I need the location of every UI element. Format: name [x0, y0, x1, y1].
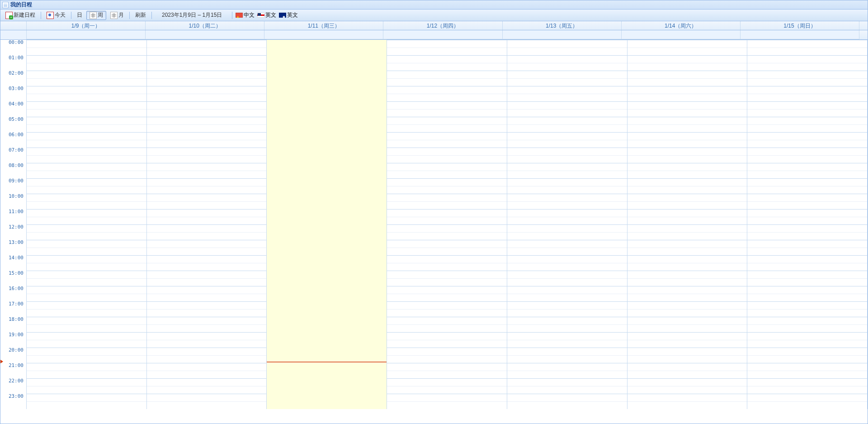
hour-label-10-00: 10:00 [0, 194, 26, 209]
day-header-row: 1/9（周一）1/10（周二）1/11（周三）1/12（周四）1/13（周五）1… [0, 21, 868, 30]
day-header-1[interactable]: 1/10（周二） [146, 21, 264, 30]
hour-label-17-00: 17:00 [0, 301, 26, 317]
new-event-button[interactable]: 新建日程 [2, 11, 38, 20]
hour-label-00-00: 00:00 [0, 40, 26, 55]
day-header-cells: 1/9（周一）1/10（周二）1/11（周三）1/12（周四）1/13（周五）1… [27, 21, 859, 30]
lang-label: 英文 [265, 11, 276, 19]
hour-label-19-00: 19:00 [0, 332, 26, 348]
day-column-4[interactable] [507, 40, 627, 409]
now-marker-icon [0, 360, 3, 363]
toolbar: 新建日程 今天 日 周 月 刷新 2023年1月9日 – 1月15日 中文英文英… [0, 10, 868, 21]
hour-label-12-00: 12:00 [0, 224, 26, 240]
hour-label-13-00: 13:00 [0, 240, 26, 255]
allday-row [0, 30, 868, 40]
new-event-label: 新建日程 [14, 11, 35, 19]
allday-scrollgap [859, 30, 868, 39]
lang-label: 中文 [244, 11, 255, 19]
header-scrollgap [859, 21, 868, 30]
view-week-button[interactable]: 周 [86, 11, 106, 20]
day-columns [27, 40, 868, 409]
lang-option-au[interactable]: 英文 [279, 11, 298, 19]
toolbar-separator [232, 12, 232, 19]
today-button[interactable]: 今天 [43, 11, 69, 20]
language-switcher: 中文英文英文 [234, 11, 299, 19]
date-range-label: 2023年1月9日 – 1月15日 [154, 11, 230, 19]
day-column-6[interactable] [747, 40, 868, 409]
hour-label-20-00: 20:00 [0, 348, 26, 363]
hour-label-08-00: 08:00 [0, 163, 26, 178]
now-line [267, 362, 387, 362]
time-grid-scroller[interactable]: 00:0001:0002:0003:0004:0005:0006:0007:00… [0, 40, 868, 424]
hour-label-21-00: 21:00 [0, 363, 26, 378]
today-icon [47, 12, 54, 19]
refresh-button[interactable]: 刷新 [132, 11, 149, 20]
header-gutter [0, 21, 27, 30]
flag-us-icon [257, 13, 264, 18]
window-title: 我的日程 [10, 1, 32, 9]
day-column-3[interactable] [387, 40, 507, 409]
allday-cell-2[interactable] [264, 30, 383, 39]
hour-label-16-00: 16:00 [0, 286, 26, 301]
refresh-label: 刷新 [135, 11, 146, 19]
allday-cell-5[interactable] [622, 30, 741, 39]
hour-label-09-00: 09:00 [0, 178, 26, 194]
day-header-6[interactable]: 1/15（周日） [741, 21, 859, 30]
day-header-5[interactable]: 1/14（周六） [622, 21, 741, 30]
time-grid-wrap: 00:0001:0002:0003:0004:0005:0006:0007:00… [0, 40, 868, 424]
allday-cell-3[interactable] [383, 30, 502, 39]
allday-cell-1[interactable] [146, 30, 264, 39]
calendar-main: 1/9（周一）1/10（周二）1/11（周三）1/12（周四）1/13（周五）1… [0, 21, 868, 424]
lang-label: 英文 [287, 11, 298, 19]
allday-gutter [0, 30, 27, 39]
hour-label-04-00: 04:00 [0, 101, 26, 117]
day-column-1[interactable] [147, 40, 267, 409]
toolbar-separator [151, 12, 152, 19]
hour-label-18-00: 18:00 [0, 317, 26, 332]
view-day-button[interactable]: 日 [74, 11, 85, 20]
hour-label-22-00: 22:00 [0, 378, 26, 394]
hour-label-07-00: 07:00 [0, 148, 26, 163]
lang-option-us[interactable]: 英文 [257, 11, 276, 19]
toolbar-separator [41, 12, 41, 19]
hour-label-14-00: 14:00 [0, 255, 26, 271]
day-header-3[interactable]: 1/12（周四） [383, 21, 502, 30]
view-week-label: 周 [98, 11, 103, 19]
lang-option-cn[interactable]: 中文 [236, 11, 255, 19]
day-header-0[interactable]: 1/9（周一） [27, 21, 146, 30]
flag-cn-icon [236, 13, 243, 18]
view-month-label: 月 [118, 11, 124, 19]
day-column-2[interactable] [267, 40, 387, 409]
hour-label-05-00: 05:00 [0, 117, 26, 132]
toolbar-separator [129, 12, 130, 19]
new-event-icon [5, 12, 13, 19]
hour-label-03-00: 03:00 [0, 86, 26, 101]
hour-label-02-00: 02:00 [0, 71, 26, 86]
view-month-button[interactable]: 月 [107, 11, 127, 20]
toolbar-separator [71, 12, 71, 19]
day-column-5[interactable] [627, 40, 748, 409]
hour-label-01-00: 01:00 [0, 55, 26, 71]
allday-cell-6[interactable] [741, 30, 859, 39]
calendar-icon [2, 2, 9, 8]
allday-cell-0[interactable] [27, 30, 146, 39]
time-grid: 00:0001:0002:0003:0004:0005:0006:0007:00… [0, 40, 868, 409]
allday-cells [27, 30, 859, 39]
hour-label-23-00: 23:00 [0, 394, 26, 409]
hour-label-11-00: 11:00 [0, 209, 26, 224]
allday-cell-4[interactable] [503, 30, 622, 39]
today-label: 今天 [55, 11, 66, 19]
hour-label-06-00: 06:00 [0, 132, 26, 148]
month-view-icon [110, 12, 118, 19]
hour-label-15-00: 15:00 [0, 271, 26, 286]
flag-au-icon [279, 13, 286, 18]
day-header-4[interactable]: 1/13（周五） [503, 21, 622, 30]
day-header-2[interactable]: 1/11（周三） [264, 21, 383, 30]
week-view-icon [90, 12, 97, 19]
time-gutter: 00:0001:0002:0003:0004:0005:0006:0007:00… [0, 40, 27, 409]
window-titlebar: 我的日程 [0, 0, 868, 10]
day-column-0[interactable] [27, 40, 147, 409]
view-day-label: 日 [77, 11, 82, 19]
